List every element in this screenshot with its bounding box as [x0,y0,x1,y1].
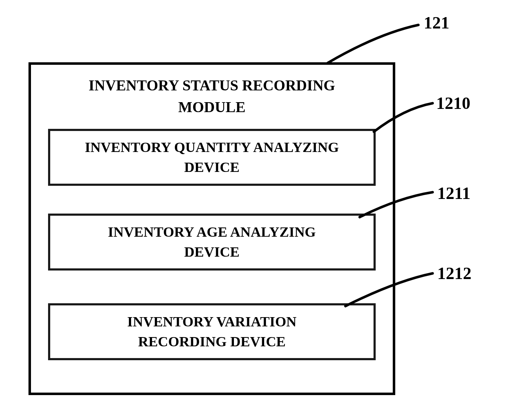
device-label: INVENTORY VARIATION RECORDING DEVICE [127,312,296,352]
device-label-line1: INVENTORY AGE ANALYZING [108,224,316,240]
device-label: INVENTORY AGE ANALYZING DEVICE [108,222,316,262]
ref-label-1211: 1211 [437,183,470,203]
device-label-line2: DEVICE [184,159,240,175]
module-title-line2: MODULE [178,99,246,115]
module-outer-box: INVENTORY STATUS RECORDING MODULE INVENT… [28,62,395,395]
leader-121 [328,25,418,63]
ref-label-121: 121 [424,13,449,32]
module-title-line1: INVENTORY STATUS RECORDING [89,77,335,94]
module-title: INVENTORY STATUS RECORDING MODULE [31,75,393,118]
device-label-line2: RECORDING DEVICE [138,334,286,350]
device-label-line2: DEVICE [184,244,240,260]
device-box-1211: INVENTORY AGE ANALYZING DEVICE [48,214,376,271]
ref-label-1212: 1212 [437,263,471,283]
ref-label-1210: 1210 [436,93,470,113]
diagram-canvas: INVENTORY STATUS RECORDING MODULE INVENT… [0,0,527,420]
device-label-line1: INVENTORY VARIATION [127,314,296,330]
device-label: INVENTORY QUANTITY ANALYZING DEVICE [85,137,339,177]
device-label-line1: INVENTORY QUANTITY ANALYZING [85,139,339,155]
device-box-1212: INVENTORY VARIATION RECORDING DEVICE [48,303,376,360]
device-box-1210: INVENTORY QUANTITY ANALYZING DEVICE [48,129,376,186]
